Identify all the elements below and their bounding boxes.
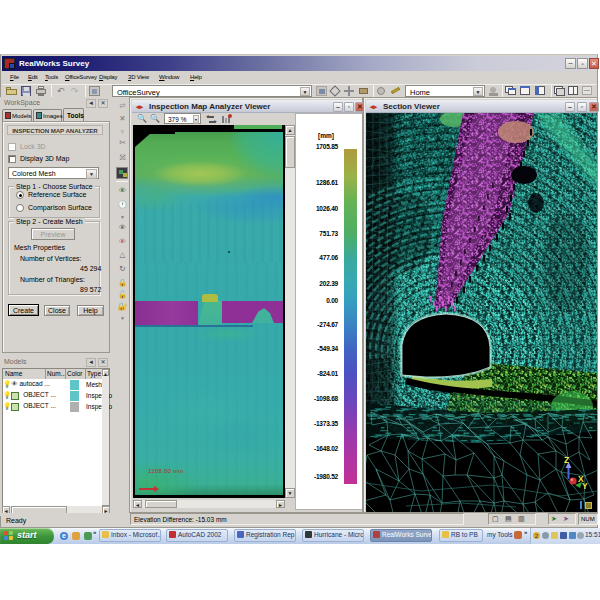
svg-text:Y: Y xyxy=(582,481,588,491)
